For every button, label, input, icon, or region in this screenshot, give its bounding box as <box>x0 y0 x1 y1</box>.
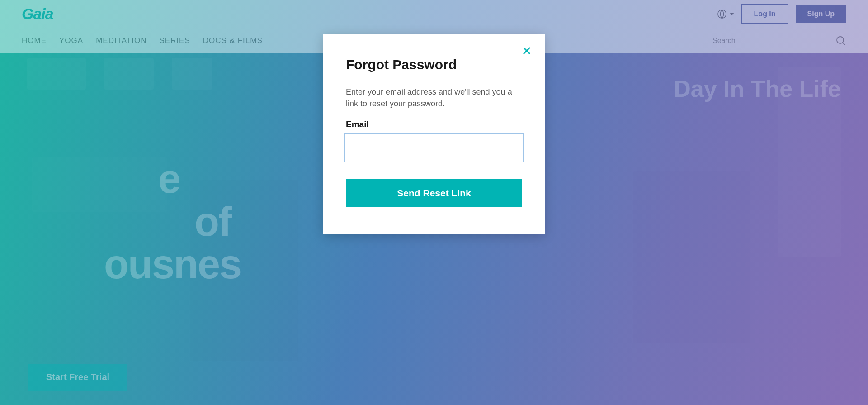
forgot-password-modal: Forgot Password Enter your email address… <box>323 34 545 234</box>
email-label: Email <box>346 119 522 129</box>
modal-backdrop: Forgot Password Enter your email address… <box>0 0 868 405</box>
close-icon[interactable] <box>521 45 532 56</box>
modal-description: Enter your email address and we'll send … <box>346 86 522 110</box>
send-reset-link-button[interactable]: Send Reset Link <box>346 179 522 207</box>
email-field[interactable] <box>346 135 522 161</box>
modal-title: Forgot Password <box>346 57 522 72</box>
